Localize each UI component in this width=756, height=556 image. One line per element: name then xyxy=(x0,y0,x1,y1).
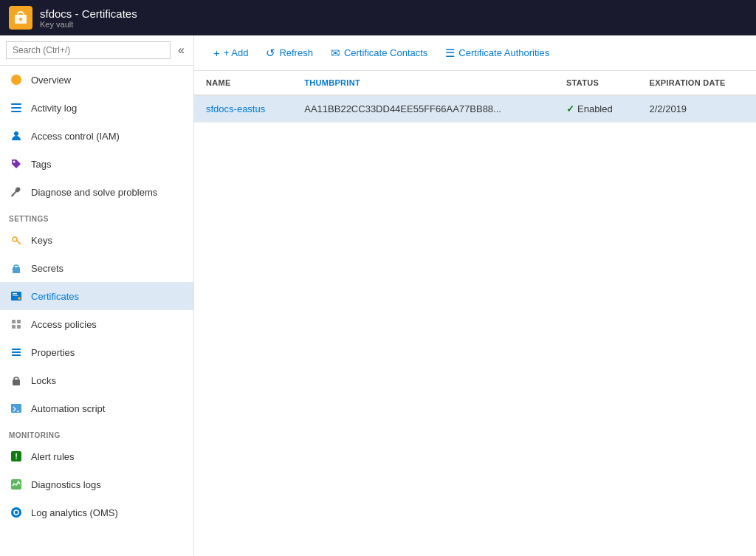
sidebar-item-diagnostics-logs[interactable]: Diagnostics logs xyxy=(0,470,193,498)
sidebar-item-access-control[interactable]: Access control (IAM) xyxy=(0,122,193,150)
svg-rect-11 xyxy=(14,265,18,269)
svg-rect-20 xyxy=(12,349,21,350)
cert-status: ✓ Enabled xyxy=(554,95,638,123)
sidebar-item-overview[interactable]: Overview xyxy=(0,66,193,94)
sidebar-item-diagnose[interactable]: Diagnose and solve problems xyxy=(0,178,193,206)
sidebar-label-properties: Properties xyxy=(31,347,75,358)
sidebar-item-keys[interactable]: Keys xyxy=(0,226,193,254)
col-header-thumbprint: THUMBPRINT xyxy=(292,71,554,95)
svg-rect-22 xyxy=(12,354,21,356)
bars-icon xyxy=(9,345,24,360)
cert-expiration: 2/2/2019 xyxy=(638,95,757,123)
monitoring-section-label: MONITORING xyxy=(0,422,193,442)
sidebar-label-log-analytics: Log analytics (OMS) xyxy=(31,507,118,518)
sidebar-search-row: « xyxy=(0,35,193,66)
sidebar-label-access-control: Access control (IAM) xyxy=(31,131,120,142)
add-button[interactable]: + + Add xyxy=(206,42,255,64)
lock-icon xyxy=(9,373,24,388)
sidebar-label-diagnostics-logs: Diagnostics logs xyxy=(31,479,101,490)
sidebar-item-properties[interactable]: Properties xyxy=(0,338,193,366)
refresh-icon: ↺ xyxy=(266,47,275,60)
content-area: + + Add ↺ Refresh ✉ Certificate Contacts… xyxy=(194,35,756,556)
sidebar-item-automation-script[interactable]: Automation script xyxy=(0,394,193,422)
svg-rect-4 xyxy=(11,103,21,105)
authorities-label: Certificate Authorities xyxy=(458,47,549,58)
status-label: Enabled xyxy=(577,103,613,114)
authorities-icon: ☰ xyxy=(445,47,455,60)
cert-name[interactable]: sfdocs-eastus xyxy=(194,95,292,123)
sidebar: « Overview Activity log Access con xyxy=(0,35,194,556)
svg-rect-10 xyxy=(13,267,20,273)
sidebar-item-log-analytics[interactable]: Log analytics (OMS) xyxy=(0,498,193,526)
sidebar-item-tags[interactable]: Tags xyxy=(0,150,193,178)
sidebar-item-secrets[interactable]: Secrets xyxy=(0,254,193,282)
sidebar-label-keys: Keys xyxy=(31,235,52,246)
grid-icon xyxy=(9,317,24,332)
col-header-name: NAME xyxy=(194,71,292,95)
add-icon: + xyxy=(213,47,220,59)
sidebar-label-activity-log: Activity log xyxy=(31,103,77,114)
table-row[interactable]: sfdocs-eastus AA11BB22CC33DD44EE55FF66AA… xyxy=(194,95,756,123)
sidebar-label-secrets: Secrets xyxy=(31,263,63,274)
secret-icon xyxy=(9,261,24,275)
contacts-label: Certificate Contacts xyxy=(344,47,427,58)
settings-section-label: SETTINGS xyxy=(0,206,193,226)
sidebar-label-diagnose: Diagnose and solve problems xyxy=(31,187,157,198)
top-bar: sfdocs - Certificates Key vault xyxy=(0,0,756,35)
svg-rect-19 xyxy=(17,325,21,329)
sidebar-label-automation-script: Automation script xyxy=(31,403,105,414)
certificates-table-container: NAME THUMBPRINT STATUS EXPIRATION DATE s… xyxy=(194,71,756,556)
person-icon xyxy=(9,128,24,143)
alert-icon: ! xyxy=(9,449,24,464)
analytics-icon xyxy=(9,505,24,520)
certificates-table: NAME THUMBPRINT STATUS EXPIRATION DATE s… xyxy=(194,71,756,123)
collapse-button[interactable]: « xyxy=(175,42,188,58)
check-icon: ✓ xyxy=(566,103,574,114)
key-icon xyxy=(9,233,24,247)
certificate-authorities-button[interactable]: ☰ Certificate Authorities xyxy=(438,42,557,64)
svg-point-29 xyxy=(11,507,21,518)
toolbar: + + Add ↺ Refresh ✉ Certificate Contacts… xyxy=(194,35,756,71)
add-label: + Add xyxy=(224,47,249,58)
svg-rect-17 xyxy=(17,320,21,323)
svg-rect-5 xyxy=(11,107,21,109)
sidebar-scroll: Overview Activity log Access control (IA… xyxy=(0,66,193,556)
sidebar-label-overview: Overview xyxy=(31,75,71,86)
script-icon xyxy=(9,401,24,416)
cert-icon xyxy=(9,289,24,303)
sidebar-item-activity-log[interactable]: Activity log xyxy=(0,94,193,122)
sidebar-label-certificates: Certificates xyxy=(31,291,79,302)
tag-icon xyxy=(9,157,24,171)
svg-point-7 xyxy=(14,131,18,136)
sidebar-item-alert-rules[interactable]: ! Alert rules xyxy=(0,442,193,470)
sidebar-label-alert-rules: Alert rules xyxy=(31,451,75,462)
diag-icon xyxy=(9,477,24,492)
key-vault-icon xyxy=(9,6,32,30)
svg-rect-21 xyxy=(12,351,21,353)
refresh-label: Refresh xyxy=(279,47,313,58)
svg-rect-25 xyxy=(11,404,21,413)
sidebar-label-access-policies: Access policies xyxy=(31,319,97,330)
sidebar-item-locks[interactable]: Locks xyxy=(0,366,193,394)
svg-rect-24 xyxy=(14,377,18,381)
list-icon xyxy=(9,100,24,115)
svg-point-3 xyxy=(11,75,21,85)
svg-rect-18 xyxy=(12,325,16,329)
sidebar-item-certificates[interactable]: Certificates xyxy=(0,282,193,310)
circle-icon xyxy=(9,72,24,87)
svg-rect-14 xyxy=(13,295,18,296)
table-header-row: NAME THUMBPRINT STATUS EXPIRATION DATE xyxy=(194,71,756,95)
sidebar-label-locks: Locks xyxy=(31,375,56,386)
contacts-icon: ✉ xyxy=(331,47,340,60)
col-header-status: STATUS xyxy=(554,71,638,95)
refresh-button[interactable]: ↺ Refresh xyxy=(258,42,320,64)
status-enabled-container: ✓ Enabled xyxy=(566,103,626,114)
svg-text:!: ! xyxy=(15,452,18,461)
sidebar-label-tags: Tags xyxy=(31,159,51,170)
cert-thumbprint: AA11BB22CC33DD44EE55FF66AA77BB88... xyxy=(292,95,554,123)
wrench-icon xyxy=(9,185,24,199)
certificate-contacts-button[interactable]: ✉ Certificate Contacts xyxy=(323,42,435,64)
app-title: sfdocs - Certificates Key vault xyxy=(40,7,137,29)
search-input[interactable] xyxy=(6,41,171,59)
sidebar-item-access-policies[interactable]: Access policies xyxy=(0,310,193,338)
